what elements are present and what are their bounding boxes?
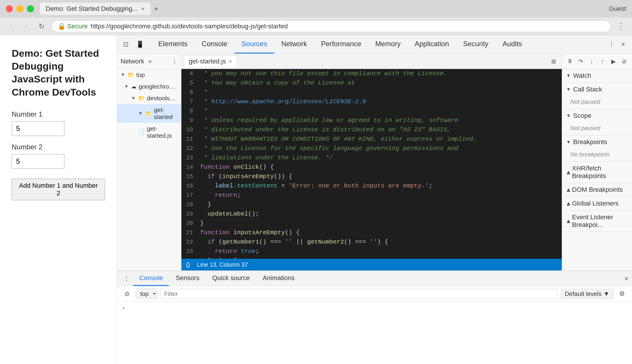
code-line: 18 } xyxy=(181,200,562,209)
console-prompt[interactable]: › xyxy=(122,305,627,312)
tab-sensors[interactable]: Sensors xyxy=(170,271,205,286)
tab-application[interactable]: Application xyxy=(408,35,456,54)
tab-elements[interactable]: Elements xyxy=(151,35,195,54)
tree-item-devtools-samples[interactable]: ▼ 📁 devtools-samples/... xyxy=(117,92,181,104)
event-listener-header[interactable]: ▶ Event Listener Breakpoi... xyxy=(562,211,632,232)
event-listener-label: Event Listener Breakpoi... xyxy=(572,213,628,229)
step-out-button[interactable]: ↑ xyxy=(598,56,607,67)
xhr-breakpoints-header[interactable]: ▶ XHR/fetch Breakpoints xyxy=(562,162,632,183)
not-paused-text: Not paused xyxy=(570,125,600,131)
number1-input[interactable] xyxy=(12,121,64,136)
tree-item-top[interactable]: ▼ 📁 top xyxy=(117,69,181,81)
tree-item-label: get-started xyxy=(154,106,178,120)
tab-console[interactable]: Console xyxy=(195,35,234,54)
tab-console-bottom[interactable]: Console xyxy=(133,271,169,286)
minimize-button[interactable] xyxy=(16,5,23,12)
console-toolbar: ⊘ top Default levels ▼ ⚙ xyxy=(117,286,632,301)
bottom-close-icon[interactable]: × xyxy=(624,275,628,283)
global-listeners-header[interactable]: ▶ Global Listeners xyxy=(562,197,632,210)
page-title: Demo: Get Started Debugging JavaScript w… xyxy=(12,47,105,99)
resume-button[interactable]: ▶ xyxy=(609,56,618,67)
code-line: 22 if (getNumber1() === '' || getNumber2… xyxy=(181,237,562,247)
console-filter-input[interactable] xyxy=(160,289,557,299)
folder-icon: 📁 xyxy=(128,72,134,78)
console-clear-icon[interactable]: ⊘ xyxy=(122,289,132,299)
code-area[interactable]: 4 * you may not use this file except in … xyxy=(181,69,562,259)
browser-tab[interactable]: Demo: Get Started Debugging... × xyxy=(40,3,150,15)
format-icon[interactable]: ⊞ xyxy=(548,56,559,67)
js-file-icon: 📄 xyxy=(138,129,145,135)
back-button[interactable]: ‹ xyxy=(6,21,16,32)
number2-input[interactable] xyxy=(12,154,64,169)
lock-icon: 🔒 xyxy=(58,23,66,30)
tab-title: Demo: Get Started Debugging... xyxy=(46,5,138,13)
arrow-icon: ▼ xyxy=(138,111,143,116)
tree-item-get-started[interactable]: ▼ 📁 get-started xyxy=(117,104,181,123)
devtools-more-icon[interactable]: ⋮ xyxy=(606,39,617,50)
watch-section-header[interactable]: ▼ Watch xyxy=(562,69,632,82)
tab-quick-source[interactable]: Quick source xyxy=(206,271,255,286)
devtools-close-icon[interactable]: × xyxy=(617,39,629,50)
arrow-icon: ▶ xyxy=(565,219,571,223)
add-numbers-button[interactable]: Add Number 1 and Number 2 xyxy=(12,179,105,200)
code-line: 6 * xyxy=(181,88,562,97)
devtools: ⊡ 📱 Elements Console Sources Network Per… xyxy=(117,35,632,364)
deactivate-breakpoints-button[interactable]: ⊘ xyxy=(619,56,629,67)
maximize-button[interactable] xyxy=(27,5,34,12)
tree-item-googlechrome[interactable]: ▼ ☁ googlechrome.github... xyxy=(117,81,181,92)
address-bar: ‹ › ↻ 🔒 Secure https://googlechrome.gith… xyxy=(0,18,632,35)
console-levels-button[interactable]: Default levels ▼ xyxy=(561,289,613,299)
new-tab-button[interactable]: + xyxy=(150,3,162,15)
page-content: Demo: Get Started Debugging JavaScript w… xyxy=(0,35,632,364)
tab-close-icon[interactable]: × xyxy=(141,6,145,12)
dom-breakpoints-header[interactable]: ▶ DOM Breakpoints xyxy=(562,183,632,196)
tree-item-label: top xyxy=(136,71,145,78)
arrow-icon: ▶ xyxy=(565,170,571,174)
tab-sources[interactable]: Sources xyxy=(234,35,274,54)
secure-label: Secure xyxy=(67,23,88,30)
context-select[interactable]: top xyxy=(136,289,157,299)
tree-item-label: get-started.js xyxy=(147,125,178,139)
file-tree-label: Network xyxy=(121,58,144,65)
code-line: 8 * xyxy=(181,106,562,116)
tab-network[interactable]: Network xyxy=(274,35,314,54)
status-bar: {} Line 13, Column 37 xyxy=(181,259,562,270)
file-tree-expand-icon[interactable]: » xyxy=(144,56,156,67)
code-line: 12 * See the License for the specific la… xyxy=(181,144,562,153)
editor-actions: ⊞ xyxy=(548,56,559,67)
tab-animations[interactable]: Animations xyxy=(257,271,300,286)
bottom-more-icon[interactable]: ⋮ xyxy=(121,273,132,284)
debug-panel: ⏸ ↷ ↓ ↑ ▶ ⊘ ▼ Watch ▼ xyxy=(562,54,632,270)
url-bar[interactable]: 🔒 Secure https://googlechrome.github.io/… xyxy=(51,20,611,32)
step-over-button[interactable]: ↷ xyxy=(576,56,585,67)
arrow-icon: ▶ xyxy=(565,202,571,205)
code-line: 9 * Unless required by applicable law or… xyxy=(181,116,562,125)
pause-button[interactable]: ⏸ xyxy=(565,56,575,67)
scope-section-header[interactable]: ▼ Scope xyxy=(562,109,632,123)
tab-security[interactable]: Security xyxy=(456,35,496,54)
scope-section: ▼ Scope Not paused xyxy=(562,109,632,135)
tab-audits[interactable]: Audits xyxy=(495,35,529,54)
device-icon[interactable]: 📱 xyxy=(134,39,146,50)
step-into-button[interactable]: ↓ xyxy=(587,56,596,67)
tab-memory[interactable]: Memory xyxy=(368,35,408,54)
forward-button[interactable]: › xyxy=(21,21,32,32)
refresh-button[interactable]: ↻ xyxy=(36,21,47,32)
browser-more-button[interactable]: ⋮ xyxy=(616,21,626,32)
call-stack-section-header[interactable]: ▼ Call Stack xyxy=(562,83,632,96)
breakpoints-section-header[interactable]: ▼ Breakpoints xyxy=(562,135,632,149)
cloud-icon: ☁ xyxy=(131,83,136,90)
code-line: 16 label.textContent = 'Error: one or bo… xyxy=(181,181,562,191)
xhr-breakpoints-label: XHR/fetch Breakpoints xyxy=(572,165,628,180)
folder-icon: 📁 xyxy=(138,95,145,101)
close-button[interactable] xyxy=(6,5,13,12)
arrow-icon: ▼ xyxy=(131,96,136,101)
editor-tab-close-icon[interactable]: × xyxy=(229,58,232,65)
console-settings-icon[interactable]: ⚙ xyxy=(617,289,627,299)
debug-controls: ⏸ ↷ ↓ ↑ ▶ ⊘ xyxy=(562,54,632,69)
inspector-icon[interactable]: ⊡ xyxy=(120,39,132,50)
tree-item-get-started-js[interactable]: 📄 get-started.js xyxy=(117,123,181,142)
editor-tab-get-started-js[interactable]: get-started.js × xyxy=(184,56,237,67)
tab-performance[interactable]: Performance xyxy=(314,35,368,54)
file-tree-more-icon[interactable]: ⋮ xyxy=(171,58,178,65)
